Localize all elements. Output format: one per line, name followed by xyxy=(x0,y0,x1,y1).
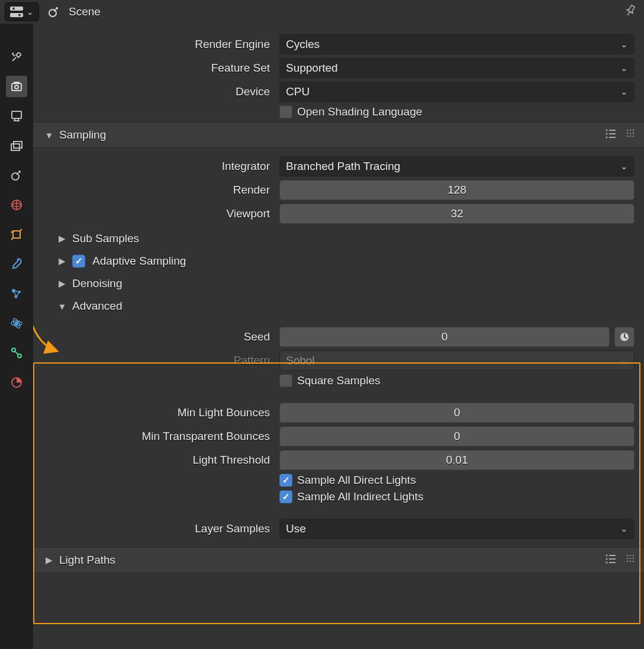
adaptive-sampling-checkbox[interactable] xyxy=(72,255,85,268)
svg-point-42 xyxy=(606,558,608,560)
render-engine-label: Render Engine xyxy=(40,38,279,51)
svg-point-13 xyxy=(18,171,21,173)
pattern-select: Sobol⌄ xyxy=(279,351,635,371)
advanced-title: Advanced xyxy=(72,300,123,313)
svg-point-36 xyxy=(633,132,635,134)
chevron-down-icon: ⌄ xyxy=(620,161,628,172)
tab-render[interactable] xyxy=(6,76,27,97)
layer-samples-select[interactable]: Use⌄ xyxy=(279,519,635,539)
disclosure-triangle-icon: ▶ xyxy=(57,233,67,244)
svg-point-27 xyxy=(606,136,608,138)
pattern-label: Pattern xyxy=(40,354,279,367)
svg-rect-28 xyxy=(609,130,616,131)
disclosure-triangle-icon: ▶ xyxy=(44,555,54,566)
svg-rect-7 xyxy=(14,82,20,83)
svg-rect-11 xyxy=(14,142,22,148)
tab-particles[interactable] xyxy=(6,283,27,304)
square-samples-checkbox[interactable] xyxy=(279,374,292,387)
advanced-header[interactable]: ▼ Advanced xyxy=(57,295,637,317)
disclosure-triangle-icon: ▼ xyxy=(57,301,67,311)
svg-point-37 xyxy=(627,135,629,137)
tab-output[interactable] xyxy=(6,105,27,127)
viewport-samples-field[interactable]: 32 xyxy=(279,204,635,224)
svg-point-19 xyxy=(15,322,18,325)
min-transparent-bounces-label: Min Transparent Bounces xyxy=(40,430,279,443)
sample-all-indirect-label: Sample All Indirect Lights xyxy=(297,490,423,503)
render-samples-label: Render xyxy=(40,184,279,197)
svg-point-34 xyxy=(627,132,629,134)
sub-samples-header[interactable]: ▶ Sub Samples xyxy=(57,227,637,250)
tab-physics[interactable] xyxy=(6,313,27,334)
seed-field[interactable]: 0 xyxy=(279,327,610,347)
svg-point-32 xyxy=(630,129,632,131)
osl-checkbox[interactable] xyxy=(279,105,292,118)
svg-rect-45 xyxy=(609,558,616,560)
disclosure-triangle-icon: ▶ xyxy=(57,256,67,266)
tab-material[interactable] xyxy=(6,372,27,393)
editor-type-selector[interactable]: ⌄ xyxy=(5,2,39,21)
svg-point-41 xyxy=(606,554,608,556)
min-light-bounces-field[interactable]: 0 xyxy=(279,403,635,423)
svg-rect-46 xyxy=(609,562,616,563)
svg-rect-10 xyxy=(11,144,20,150)
svg-point-38 xyxy=(630,135,632,137)
svg-rect-9 xyxy=(12,111,21,118)
svg-point-8 xyxy=(15,85,18,89)
svg-point-31 xyxy=(627,129,629,131)
osl-label: Open Shading Language xyxy=(297,105,422,118)
drag-handle-icon[interactable] xyxy=(626,128,635,143)
svg-rect-15 xyxy=(13,231,20,238)
sub-samples-title: Sub Samples xyxy=(72,232,139,245)
tab-scene[interactable] xyxy=(6,165,27,186)
light-paths-panel-header[interactable]: ▶ Light Paths xyxy=(33,547,644,573)
device-label: Device xyxy=(40,85,279,98)
drag-handle-icon[interactable] xyxy=(626,553,635,568)
chevron-down-icon: ⌄ xyxy=(620,63,628,73)
chevron-down-icon: ⌄ xyxy=(620,523,628,534)
svg-point-25 xyxy=(606,129,608,131)
svg-point-35 xyxy=(630,132,632,134)
render-engine-select[interactable]: Cycles⌄ xyxy=(279,34,635,54)
svg-rect-0 xyxy=(10,7,23,11)
tab-view-layers[interactable] xyxy=(6,135,27,156)
seed-clock-button[interactable] xyxy=(614,327,635,347)
tab-world[interactable] xyxy=(6,194,27,216)
integrator-select[interactable]: Branched Path Tracing⌄ xyxy=(279,156,635,176)
svg-point-48 xyxy=(630,554,632,556)
properties-icon xyxy=(10,7,23,17)
tab-tool[interactable] xyxy=(6,46,27,68)
svg-rect-1 xyxy=(10,13,23,17)
pin-icon[interactable] xyxy=(622,2,639,23)
sample-all-indirect-checkbox[interactable] xyxy=(279,490,292,503)
tab-object[interactable] xyxy=(6,224,27,245)
min-light-bounces-label: Min Light Bounces xyxy=(40,406,279,419)
svg-point-5 xyxy=(56,7,58,9)
svg-point-55 xyxy=(633,560,635,562)
feature-set-select[interactable]: Supported⌄ xyxy=(279,58,635,78)
tab-modifiers[interactable] xyxy=(6,253,27,275)
svg-rect-30 xyxy=(609,137,616,138)
sample-all-direct-label: Sample All Direct Lights xyxy=(297,474,416,487)
preset-list-icon[interactable] xyxy=(605,128,617,143)
min-transparent-bounces-field[interactable]: 0 xyxy=(279,426,635,446)
svg-rect-6 xyxy=(12,83,21,91)
light-paths-title: Light Paths xyxy=(59,554,115,567)
render-samples-field[interactable]: 128 xyxy=(279,180,635,200)
svg-point-49 xyxy=(633,554,635,556)
square-samples-label: Square Samples xyxy=(297,374,380,387)
denoising-header[interactable]: ▶ Denoising xyxy=(57,272,637,295)
adaptive-sampling-title: Adaptive Sampling xyxy=(92,255,186,268)
properties-content: Render Engine Cycles⌄ Feature Set Suppor… xyxy=(33,24,644,649)
preset-list-icon[interactable] xyxy=(605,553,617,568)
light-threshold-field[interactable]: 0.01 xyxy=(279,450,635,470)
adaptive-sampling-header[interactable]: ▶ Adaptive Sampling xyxy=(57,250,637,272)
svg-point-43 xyxy=(606,561,608,563)
tab-constraints[interactable] xyxy=(6,342,27,364)
svg-point-26 xyxy=(606,133,608,134)
sampling-panel-header[interactable]: ▼ Sampling xyxy=(33,122,644,148)
chevron-down-icon: ⌄ xyxy=(620,355,628,366)
sample-all-direct-checkbox[interactable] xyxy=(279,474,292,487)
chevron-down-icon: ⌄ xyxy=(620,86,628,97)
device-select[interactable]: CPU⌄ xyxy=(279,82,635,102)
context-breadcrumb: Scene xyxy=(69,5,101,18)
